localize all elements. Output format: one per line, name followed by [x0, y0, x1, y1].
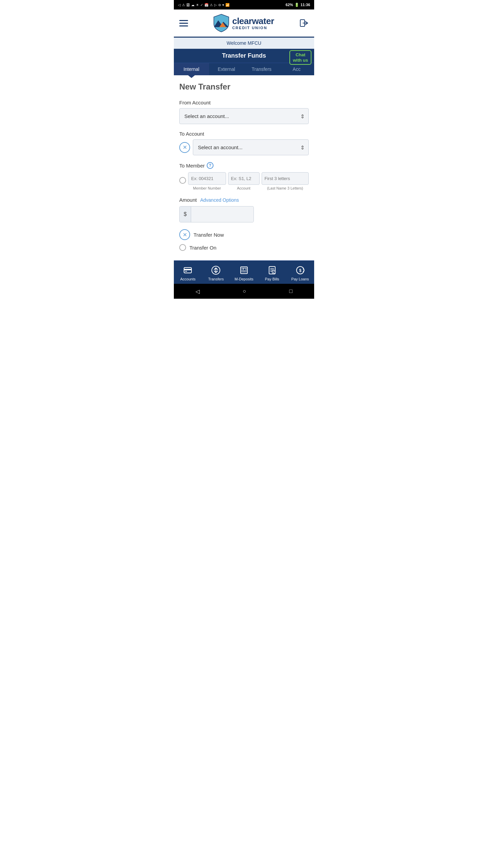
hamburger-line-1: [179, 20, 188, 21]
transfer-now-label: Transfer Now: [194, 232, 224, 238]
svg-rect-5: [184, 269, 191, 270]
warning-icon: ⚠: [182, 3, 185, 7]
svg-text:$: $: [299, 268, 301, 273]
sun-icon: ☀: [196, 3, 199, 7]
to-member-radio[interactable]: [179, 177, 186, 184]
to-account-wrapper: Select an account... ⇕: [193, 139, 309, 155]
battery-text: 62%: [286, 3, 293, 7]
hamburger-line-3: [179, 25, 188, 26]
logo-credit-union: CREDIT UNION: [232, 26, 274, 30]
from-account-wrapper: Select an account... ⇕: [179, 108, 309, 124]
member-account-label: Account: [228, 186, 260, 190]
transfer-on-option: Transfer On: [179, 244, 309, 251]
tab-acc[interactable]: Acc: [279, 63, 314, 75]
bottom-nav: Accounts Transfers M-Deposits: [174, 260, 314, 284]
logout-button[interactable]: [299, 18, 309, 28]
to-member-label-text: To Member: [179, 163, 205, 169]
accounts-icon: [182, 265, 193, 276]
to-member-group: To Member ? Member Number Account (Last …: [179, 162, 309, 190]
nav-payloans[interactable]: $ Pay Loans: [286, 263, 314, 282]
transfer-on-label: Transfer On: [189, 245, 216, 251]
advanced-options-link[interactable]: Advanced Options: [200, 197, 239, 203]
app-header: clearwater CREDIT UNION: [174, 9, 314, 38]
member-number-input[interactable]: [188, 172, 226, 185]
status-bar: ◁ ⚠ 🖼 ☁ ☀ ✓ 📅 ⚠ ▷ ⊖ ▾ 📶 62% 🔋 11:36: [174, 0, 314, 9]
to-member-input-row: Member Number Account (Last Name 3 Lette…: [179, 172, 309, 190]
check-icon: ✓: [200, 3, 203, 7]
android-home-button[interactable]: ○: [243, 288, 246, 294]
android-nav: ◁ ○ □: [174, 284, 314, 299]
to-account-label: To Account: [179, 131, 309, 137]
member-lastname-input[interactable]: [262, 172, 309, 185]
tab-internal[interactable]: Internal: [174, 63, 209, 75]
minus-circle-icon: ⊖: [218, 3, 221, 7]
svg-rect-8: [241, 267, 247, 274]
amount-group: Amount Advanced Options $: [179, 197, 309, 222]
image-icon: 🖼: [186, 3, 190, 7]
time-text: 11:36: [301, 3, 310, 7]
tabs-container: Internal External Transfers Acc: [174, 63, 314, 75]
member-account-group: Account: [228, 172, 260, 190]
nav-transfers[interactable]: Transfers: [202, 263, 230, 282]
member-lastname-group: (Last Name 3 Letters): [262, 172, 309, 190]
amount-label: Amount: [179, 197, 197, 203]
nav-accounts[interactable]: Accounts: [174, 263, 202, 282]
transfer-on-radio[interactable]: [179, 244, 186, 251]
amount-header: Amount Advanced Options: [179, 197, 309, 203]
to-account-row: ✕ Select an account... ⇕: [179, 139, 309, 155]
payloans-label: Pay Loans: [291, 277, 309, 281]
amount-input-row: $: [179, 206, 254, 222]
transfer-now-option: ✕ Transfer Now: [179, 229, 309, 240]
main-content: New Transfer From Account Select an acco…: [174, 75, 314, 260]
svg-rect-6: [185, 271, 187, 272]
to-account-select[interactable]: Select an account...: [193, 139, 309, 155]
member-account-input[interactable]: [228, 172, 260, 185]
logo-text: clearwater CREDIT UNION: [232, 16, 274, 30]
calendar-icon: 📅: [204, 3, 208, 7]
chat-widget[interactable]: Chatwith us: [289, 50, 311, 65]
transfer-now-radio[interactable]: ✕: [179, 229, 190, 240]
welcome-text: Welcome MFCU: [227, 40, 261, 46]
nav-mdeposits[interactable]: M-Deposits: [230, 263, 258, 282]
wifi-icon: ▾: [222, 3, 224, 7]
status-left: ◁ ⚠ 🖼 ☁ ☀ ✓ 📅 ⚠ ▷ ⊖ ▾ 📶: [178, 3, 229, 7]
logo: clearwater CREDIT UNION: [213, 14, 274, 33]
android-back-button[interactable]: ◁: [196, 288, 200, 295]
android-recents-button[interactable]: □: [289, 288, 293, 294]
amount-input[interactable]: [191, 207, 254, 222]
hamburger-line-2: [179, 23, 188, 24]
from-account-select[interactable]: Select an account...: [179, 108, 309, 124]
mdeposits-icon: [239, 265, 249, 276]
from-account-group: From Account Select an account... ⇕: [179, 100, 309, 124]
to-account-group: To Account ✕ Select an account... ⇕: [179, 131, 309, 155]
battery-icon: 🔋: [294, 3, 299, 7]
member-fields: Member Number Account (Last Name 3 Lette…: [188, 172, 309, 190]
mdeposits-label: M-Deposits: [235, 277, 253, 281]
dollar-sign: $: [180, 206, 191, 222]
payloans-icon: $: [295, 265, 306, 276]
to-account-clear-button[interactable]: ✕: [179, 142, 190, 153]
transfer-header: Transfer Funds Chatwith us: [174, 49, 314, 63]
page-title: New Transfer: [179, 82, 309, 92]
status-right: 62% 🔋 11:36: [286, 3, 310, 7]
paybills-label: Pay Bills: [265, 277, 279, 281]
to-member-label-row: To Member ?: [179, 162, 309, 169]
to-member-help-icon[interactable]: ?: [207, 162, 214, 169]
member-lastname-label: (Last Name 3 Letters): [262, 186, 309, 190]
signal-icon: 📶: [225, 3, 229, 7]
accounts-label: Accounts: [180, 277, 196, 281]
tab-external[interactable]: External: [209, 63, 244, 75]
welcome-bar: Welcome MFCU: [174, 38, 314, 49]
from-account-label: From Account: [179, 100, 309, 105]
back-icon: ◁: [178, 3, 181, 7]
member-number-label: Member Number: [188, 186, 226, 190]
tab-transfers[interactable]: Transfers: [244, 63, 279, 75]
member-number-group: Member Number: [188, 172, 226, 190]
play-icon: ▷: [214, 3, 217, 7]
logo-clearwater: clearwater: [232, 16, 274, 26]
menu-button[interactable]: [179, 20, 188, 26]
paybills-icon: [267, 265, 278, 276]
logo-icon: [213, 14, 229, 33]
alert-icon: ⚠: [210, 3, 213, 7]
nav-paybills[interactable]: Pay Bills: [258, 263, 286, 282]
